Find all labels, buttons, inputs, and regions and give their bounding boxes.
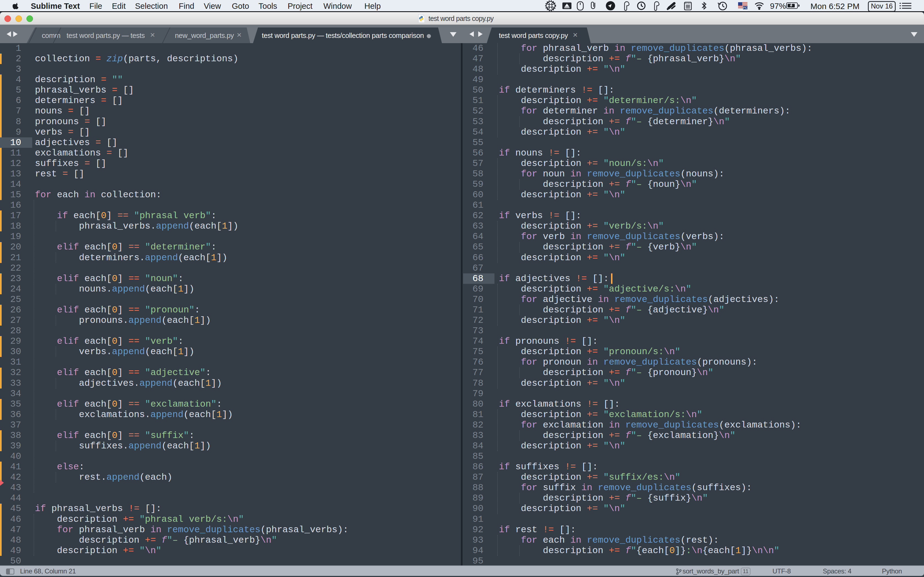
svg-text:PC: PC	[743, 6, 747, 9]
